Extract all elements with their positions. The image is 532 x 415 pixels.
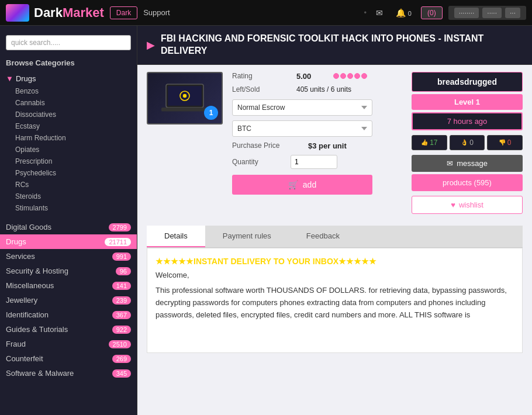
- cat-benzos[interactable]: Benzos: [0, 85, 137, 97]
- cat-dissociatives[interactable]: Dissociatives: [0, 109, 137, 120]
- seller-level: Level 1: [412, 94, 523, 110]
- logout-btn[interactable]: ···: [505, 8, 520, 18]
- cat-steroids[interactable]: Steroids: [0, 191, 137, 202]
- tab-feedback[interactable]: Feedback: [289, 226, 357, 247]
- welcome-text: Welcome,: [156, 269, 514, 282]
- escrow-select[interactable]: Normal Escrow: [232, 99, 372, 116]
- leftsold-value: 405 units / 6 units: [296, 85, 351, 94]
- add-icon: 🛒: [288, 180, 298, 189]
- leftsold-label: Left/Sold: [232, 85, 279, 94]
- main-content: ▶ FBI HACKING AND FORENSIC TOOLKIT HACK …: [137, 26, 532, 415]
- sidebar-item-label: Miscellaneous: [6, 281, 54, 290]
- thumb-up-icon: 👍: [421, 139, 428, 146]
- sidebar-badge-drugs: 21711: [105, 238, 131, 246]
- products-button[interactable]: products (595): [412, 174, 523, 191]
- product-stars-line: ★★★★★INSTANT DELIVERY TO YOUR INBOX★★★★★: [156, 257, 514, 266]
- seller-panel: breadsdrugged Level 1 7 hours ago 👍 17 👌…: [412, 72, 523, 214]
- stat-neu-value: 0: [469, 139, 474, 147]
- cat-opiates[interactable]: Opiates: [0, 144, 137, 155]
- quantity-label: Quantity: [232, 158, 279, 166]
- sidebar-item-services[interactable]: Services 991: [0, 249, 137, 264]
- logo-dark: Dark: [34, 5, 63, 20]
- cat-psychedelics[interactable]: Psychedelics: [0, 167, 137, 179]
- rating-row: Rating 5.00: [232, 72, 402, 81]
- logo-text: DarkMarket: [34, 5, 104, 20]
- sidebar-badge-identification: 367: [112, 311, 131, 319]
- dark-mode-button[interactable]: Dark: [110, 6, 137, 19]
- support-link[interactable]: Support: [143, 8, 170, 17]
- wishlist-button[interactable]: ♥ wishlist: [412, 196, 523, 214]
- sidebar-item-software[interactable]: Software & Malware 345: [0, 366, 137, 381]
- add-to-cart-button[interactable]: 🛒 add: [232, 175, 372, 195]
- drugs-category[interactable]: ▼ Drugs: [0, 72, 137, 85]
- user-menu[interactable]: ········ ····· ···: [448, 6, 526, 20]
- notifications-icon[interactable]: 🔔 0: [396, 8, 412, 18]
- dot-1: [333, 73, 339, 79]
- sidebar-item-label: Services: [6, 252, 35, 261]
- sidebar-badge-services: 991: [112, 253, 131, 261]
- stat-pos-value: 17: [430, 139, 437, 147]
- product-header: ▶ FBI HACKING AND FORENSIC TOOLKIT HACK …: [137, 26, 532, 65]
- dot-separator: •: [364, 8, 367, 17]
- cart-button[interactable]: (0): [421, 6, 443, 19]
- sidebar-badge-software: 345: [112, 369, 131, 378]
- seller-name[interactable]: breadsdrugged: [412, 72, 523, 92]
- logo: DarkMarket: [6, 4, 104, 22]
- wishlist-label: wishlist: [459, 200, 483, 209]
- quantity-input[interactable]: [291, 155, 337, 169]
- add-label: add: [303, 180, 316, 189]
- sold-units: 6 units: [331, 85, 351, 94]
- cat-stimulants[interactable]: Stimulants: [0, 202, 137, 214]
- tab-details[interactable]: Details: [147, 226, 205, 247]
- product-image: 1: [147, 72, 223, 124]
- stat-negative: 👎 0: [487, 135, 523, 150]
- svg-rect-4: [161, 108, 208, 111]
- sidebar-item-label: Counterfeit: [6, 354, 43, 363]
- sidebar-item-fraud[interactable]: Fraud 2510: [0, 337, 137, 351]
- header: DarkMarket Dark Support • ✉ 🔔 0 (0) ····…: [0, 0, 532, 26]
- search-input[interactable]: [6, 35, 131, 50]
- stat-positive: 👍 17: [412, 135, 447, 150]
- rating-label: Rating: [232, 72, 279, 80]
- product-badge: 1: [204, 106, 218, 120]
- cat-harm-reduction[interactable]: Harm Reduction: [0, 132, 137, 144]
- currency-select[interactable]: BTC: [232, 120, 372, 137]
- svg-point-3: [183, 94, 186, 97]
- rating-dots: [333, 73, 367, 79]
- tabs-row: Details Payment rules Feedback: [147, 226, 523, 248]
- product-body: 1 Rating 5.00 Left/Sold: [137, 65, 532, 221]
- message-button[interactable]: ✉ message: [412, 155, 523, 172]
- seller-time: 7 hours ago: [412, 112, 523, 130]
- sidebar-item-security[interactable]: Security & Hosting 96: [0, 264, 137, 278]
- tab-payment-rules[interactable]: Payment rules: [205, 226, 289, 247]
- quantity-row: Quantity: [232, 155, 402, 169]
- message-icon: ✉: [447, 159, 453, 168]
- cat-ecstasy[interactable]: Ecstasy: [0, 120, 137, 132]
- arrow-icon: ▼: [6, 74, 13, 83]
- sidebar-item-guides[interactable]: Guides & Tutorials 922: [0, 322, 137, 337]
- sidebar-item-misc[interactable]: Miscellaneous 141: [0, 278, 137, 293]
- cat-prescription[interactable]: Prescription: [0, 155, 137, 167]
- messages-icon[interactable]: ✉: [376, 8, 383, 18]
- cat-rcs[interactable]: RCs: [0, 179, 137, 191]
- sidebar-item-drugs[interactable]: Drugs 21711: [0, 234, 137, 249]
- sidebar-item-label: Security & Hosting: [6, 267, 68, 275]
- sidebar-item-label: Fraud: [6, 340, 26, 348]
- sidebar-item-counterfeit[interactable]: Counterfeit 269: [0, 351, 137, 366]
- dot-5: [361, 73, 367, 79]
- logo-image: [6, 4, 29, 22]
- sidebar-item-jewellery[interactable]: Jewellery 239: [0, 293, 137, 307]
- drugs-label: Drugs: [16, 74, 36, 83]
- sidebar-item-digital-goods[interactable]: Digital Goods 2799: [0, 220, 137, 234]
- leftsold-row: Left/Sold 405 units / 6 units: [232, 85, 402, 94]
- sidebar-item-identification[interactable]: Identification 367: [0, 307, 137, 322]
- cat-cannabis[interactable]: Cannabis: [0, 97, 137, 109]
- sidebar-badge-security: 96: [116, 267, 131, 275]
- rating-value: 5.00: [296, 72, 311, 81]
- logo-market: Market: [63, 5, 104, 20]
- play-icon: ▶: [147, 39, 155, 51]
- thumb-down-icon: 👎: [499, 139, 506, 146]
- price-label: Purchase Price: [232, 141, 291, 150]
- left-units: 405 units: [296, 85, 325, 94]
- settings-btn[interactable]: ·····: [482, 8, 502, 18]
